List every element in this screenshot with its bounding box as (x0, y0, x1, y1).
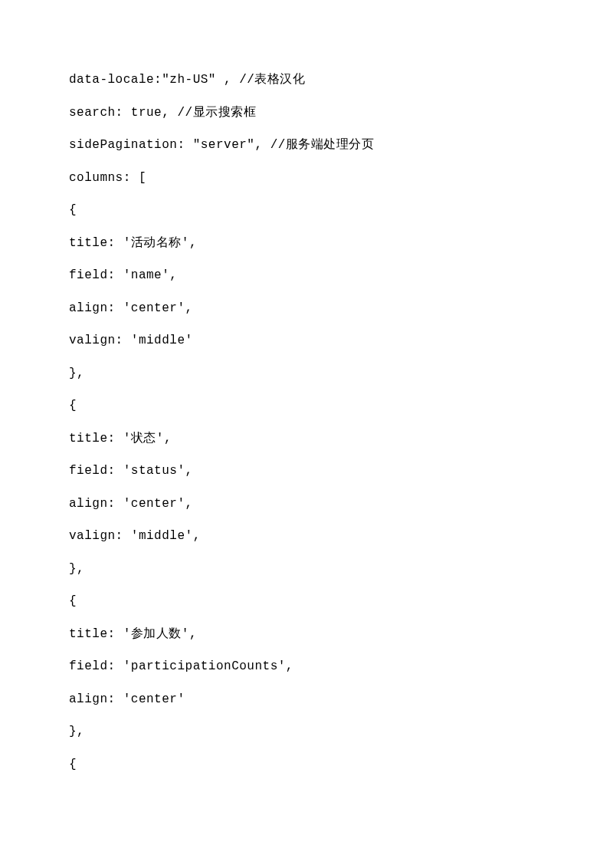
code-line: { (69, 399, 544, 412)
code-line: field: 'status', (69, 465, 544, 477)
code-line: { (69, 204, 544, 216)
code-line: search: true, //显示搜索框 (69, 107, 544, 119)
code-line: }, (69, 725, 544, 738)
code-line: valign: 'middle', (69, 530, 544, 542)
code-line: align: 'center', (69, 498, 544, 510)
code-line: }, (69, 367, 544, 380)
document-page: data-locale:"zh-US" , //表格汉化 search: tru… (0, 0, 613, 771)
code-line: field: 'participationCounts', (69, 660, 544, 672)
code-line: { (69, 758, 544, 771)
code-line: columns: [ (69, 172, 544, 184)
code-line: title: '参加人数', (69, 628, 544, 640)
code-line: title: '活动名称', (69, 237, 544, 249)
code-line: data-locale:"zh-US" , //表格汉化 (69, 74, 544, 86)
code-line: valign: 'middle' (69, 334, 544, 347)
code-line: align: 'center', (69, 302, 544, 314)
code-line: field: 'name', (69, 269, 544, 281)
code-line: align: 'center' (69, 693, 544, 705)
code-line: sidePagination: "server", //服务端处理分页 (69, 139, 544, 151)
code-line: title: '状态', (69, 432, 544, 445)
code-line: { (69, 595, 544, 607)
code-line: }, (69, 563, 544, 575)
